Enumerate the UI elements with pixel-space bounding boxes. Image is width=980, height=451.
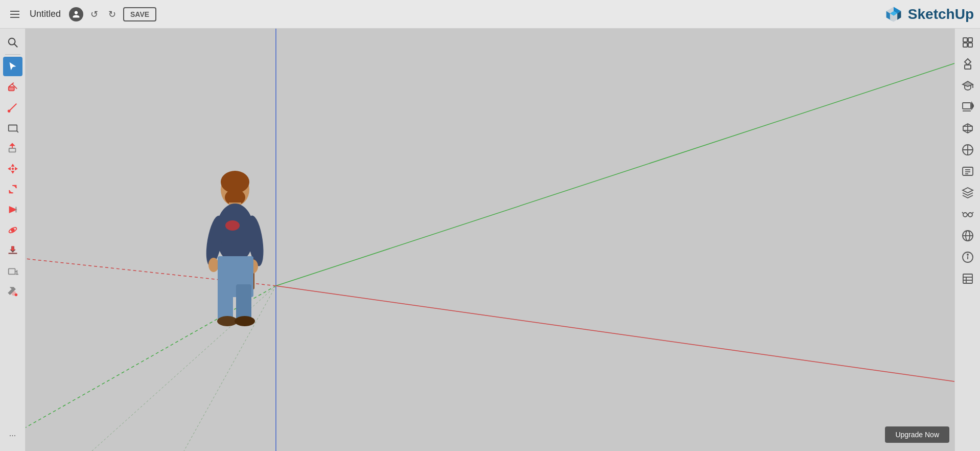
follow-me-tool-button[interactable]: [3, 200, 22, 219]
svg-point-64: [968, 213, 972, 217]
orbit-tool-button[interactable]: [3, 220, 22, 240]
pan-tool-button[interactable]: [3, 241, 22, 260]
rectangle-tool-button[interactable]: [3, 118, 22, 138]
more-tools-button[interactable]: ···: [3, 429, 22, 443]
menu-button[interactable]: [6, 7, 24, 22]
rotate-tool-button[interactable]: [3, 179, 22, 199]
svg-point-6: [8, 110, 10, 112]
svg-rect-74: [963, 274, 972, 283]
svg-line-1: [14, 44, 17, 47]
svg-rect-41: [236, 284, 251, 320]
svg-marker-49: [963, 81, 973, 86]
scenes-button[interactable]: [958, 97, 977, 117]
paint-bucket-tool-button[interactable]: [3, 282, 22, 301]
redo-button[interactable]: ↻: [105, 6, 119, 23]
upgrade-now-button[interactable]: Upgrade Now: [885, 426, 949, 443]
svg-rect-46: [963, 43, 967, 47]
document-title: Untitled: [30, 9, 61, 19]
line-tool-button[interactable]: [3, 98, 22, 117]
styles-button[interactable]: [958, 54, 977, 74]
right-toolbar: [954, 29, 980, 451]
svg-point-36: [208, 258, 219, 272]
zoom-tool-button[interactable]: [3, 33, 22, 52]
ellipsis-icon: ···: [9, 431, 16, 440]
svg-line-66: [962, 212, 963, 213]
svg-marker-13: [11, 171, 14, 174]
svg-point-20: [11, 229, 14, 232]
svg-point-43: [235, 316, 255, 326]
entity-info-button[interactable]: [958, 162, 977, 181]
svg-line-67: [972, 212, 973, 213]
eraser-tool-button[interactable]: [3, 77, 22, 97]
svg-point-35: [225, 220, 240, 231]
layers-button[interactable]: [958, 183, 977, 202]
svg-marker-14: [8, 167, 10, 170]
svg-point-73: [967, 254, 968, 255]
svg-rect-44: [963, 38, 967, 42]
left-toolbar: ···: [0, 29, 26, 451]
materials-button[interactable]: [958, 140, 977, 160]
catalogs-button[interactable]: [958, 269, 977, 288]
logo: SketchUp: [884, 5, 974, 24]
svg-rect-27: [26, 29, 954, 451]
outliner-button[interactable]: [958, 205, 977, 224]
svg-rect-7: [8, 125, 17, 131]
select-tool-button[interactable]: [3, 57, 22, 76]
save-button[interactable]: SAVE: [123, 7, 156, 21]
undo-button[interactable]: ↺: [87, 6, 101, 23]
svg-point-16: [12, 168, 14, 170]
move-tool-button[interactable]: [3, 159, 22, 178]
svg-rect-2: [8, 87, 14, 91]
components-button[interactable]: [958, 119, 977, 138]
svg-point-26: [15, 294, 17, 296]
separator-1: [5, 54, 20, 55]
user-icon[interactable]: [69, 7, 83, 21]
svg-marker-17: [9, 207, 16, 213]
svg-rect-21: [8, 268, 15, 274]
svg-rect-51: [963, 103, 971, 109]
svg-line-8: [17, 131, 18, 132]
svg-marker-52: [972, 103, 974, 109]
svg-point-63: [963, 213, 967, 217]
sketchup-logo-text: SketchUp: [908, 6, 974, 22]
svg-marker-12: [11, 164, 14, 167]
info-button[interactable]: [958, 247, 977, 267]
svg-line-5: [9, 104, 16, 111]
scene-svg: [26, 29, 954, 451]
svg-point-0: [8, 38, 15, 45]
viewport-canvas[interactable]: [26, 29, 954, 451]
zoom-window-tool-button[interactable]: [3, 261, 22, 281]
svg-rect-40: [218, 284, 233, 320]
svg-marker-11: [10, 144, 14, 146]
svg-rect-47: [968, 43, 972, 47]
default-tray-button[interactable]: [958, 33, 977, 52]
header: Untitled ↺ ↻ SAVE SketchUp: [0, 0, 980, 29]
svg-rect-45: [968, 38, 972, 42]
model-info-button[interactable]: [958, 226, 977, 245]
svg-marker-15: [15, 167, 17, 170]
svg-marker-62: [963, 188, 973, 193]
push-pull-tool-button[interactable]: [3, 139, 22, 158]
shadows-button[interactable]: [958, 76, 977, 95]
sketchup-logo-icon: [884, 5, 903, 24]
svg-rect-9: [9, 148, 15, 152]
